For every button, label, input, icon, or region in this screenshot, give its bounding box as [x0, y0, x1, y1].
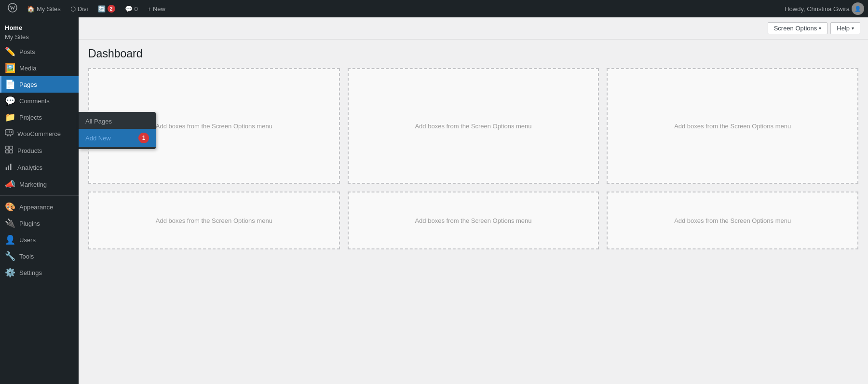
- sidebar-item-users[interactable]: 👤 Users: [0, 232, 79, 248]
- content-area: Screen Options ▾ Help ▾ Dashboard Add bo…: [79, 17, 868, 384]
- products-icon: [5, 145, 14, 156]
- help-label: Help: [837, 25, 850, 32]
- wp-icon: W: [8, 3, 17, 15]
- comments-icon: 💬: [125, 5, 133, 13]
- sidebar-item-media[interactable]: 🖼️ Media: [0, 60, 79, 76]
- projects-icon: 📁: [5, 112, 15, 123]
- svg-rect-8: [6, 146, 9, 149]
- dashboard-box-2: Add boxes from the Screen Options menu: [348, 68, 599, 184]
- users-label: Users: [19, 236, 36, 244]
- settings-label: Settings: [19, 269, 42, 276]
- analytics-label: Analytics: [17, 164, 42, 171]
- tools-icon: 🔧: [5, 251, 15, 261]
- my-sites-item[interactable]: 🏠 My Sites: [23, 0, 65, 17]
- updates-icon: 🔄: [98, 5, 106, 13]
- all-pages-label: All Pages: [85, 118, 112, 125]
- sidebar-home: Home My Sites: [0, 17, 79, 43]
- sidebar-mysites-link[interactable]: My Sites: [5, 32, 74, 41]
- sidebar-item-appearance[interactable]: 🎨 Appearance: [0, 199, 79, 215]
- box2-text: Add boxes from the Screen Options menu: [415, 123, 531, 130]
- add-new-label: Add New: [85, 135, 111, 142]
- updates-badge: 2: [108, 5, 115, 13]
- new-item[interactable]: + New: [144, 0, 169, 17]
- box1-text: Add boxes from the Screen Options menu: [156, 123, 272, 130]
- comments-count: 0: [135, 5, 138, 13]
- dashboard-box-6: Add boxes from the Screen Options menu: [607, 192, 858, 249]
- sidebar-item-marketing[interactable]: 📣 Marketing: [0, 176, 79, 192]
- dashboard-box-5: Add boxes from the Screen Options menu: [348, 192, 599, 249]
- submenu-badge: 1: [138, 133, 149, 143]
- box5-text: Add boxes from the Screen Options menu: [415, 217, 531, 224]
- screen-options-button[interactable]: Screen Options ▾: [768, 22, 828, 34]
- pages-label: Pages: [19, 81, 37, 88]
- sidebar-item-plugins[interactable]: 🔌 Plugins: [0, 215, 79, 232]
- sidebar-item-tools[interactable]: 🔧 Tools: [0, 248, 79, 264]
- submenu-add-new[interactable]: Add New 1: [79, 129, 156, 147]
- settings-icon: ⚙️: [5, 267, 15, 278]
- posts-icon: ✏️: [5, 46, 15, 57]
- svg-rect-9: [10, 146, 13, 149]
- sidebar-item-woocommerce[interactable]: WooCommerce: [0, 125, 79, 142]
- pages-submenu: All Pages Add New 1: [79, 112, 156, 149]
- submenu-all-pages[interactable]: All Pages: [79, 114, 156, 129]
- media-icon: 🖼️: [5, 63, 15, 73]
- dashboard-box-3: Add boxes from the Screen Options menu: [607, 68, 858, 184]
- comments-sidebar-icon: 💬: [5, 96, 15, 106]
- help-caret: ▾: [852, 26, 854, 31]
- sidebar-item-products[interactable]: Products: [0, 142, 79, 159]
- plugins-icon: 🔌: [5, 218, 15, 229]
- new-label: + New: [148, 5, 165, 13]
- box6-text: Add boxes from the Screen Options menu: [674, 217, 791, 224]
- svg-rect-14: [10, 164, 12, 170]
- page-content: Dashboard Add boxes from the Screen Opti…: [79, 40, 868, 384]
- avatar-initial: 👤: [854, 6, 861, 12]
- adminbar-left: W 🏠 My Sites ⬡ Divi 🔄 2 💬 0 + New: [4, 0, 785, 17]
- wp-logo-item[interactable]: W: [4, 0, 21, 17]
- dashboard-box-4: Add boxes from the Screen Options menu: [88, 192, 340, 249]
- marketing-label: Marketing: [19, 181, 47, 188]
- svg-text:W: W: [10, 5, 15, 11]
- comments-item[interactable]: 💬 0: [121, 0, 142, 17]
- marketing-icon: 📣: [5, 179, 15, 190]
- sidebar-item-pages[interactable]: 📄 Pages: [0, 76, 79, 93]
- appearance-icon: 🎨: [5, 202, 15, 212]
- admin-bar: W 🏠 My Sites ⬡ Divi 🔄 2 💬 0 + New Howdy,…: [0, 0, 868, 17]
- posts-label: Posts: [19, 48, 35, 55]
- sidebar-item-settings[interactable]: ⚙️ Settings: [0, 264, 79, 281]
- help-button[interactable]: Help ▾: [830, 22, 860, 34]
- divi-item[interactable]: ⬡ Divi: [67, 0, 92, 17]
- dashboard-boxes-bottom: Add boxes from the Screen Options menu A…: [88, 192, 858, 249]
- user-avatar[interactable]: 👤: [852, 2, 864, 15]
- sidebar: Home My Sites ✏️ Posts 🖼️ Media 📄 Pages …: [0, 17, 79, 384]
- main-layout: Home My Sites ✏️ Posts 🖼️ Media 📄 Pages …: [0, 17, 868, 384]
- box3-text: Add boxes from the Screen Options menu: [674, 123, 791, 130]
- woocommerce-label: WooCommerce: [17, 130, 61, 137]
- screen-options-label: Screen Options: [774, 25, 817, 32]
- pages-icon: 📄: [5, 79, 15, 90]
- divi-icon: ⬡: [70, 5, 76, 13]
- divi-label: Divi: [78, 5, 88, 13]
- howdy-text: Howdy, Christina Gwira: [785, 5, 850, 13]
- svg-point-3: [7, 135, 9, 137]
- box4-text: Add boxes from the Screen Options menu: [156, 217, 272, 224]
- svg-rect-10: [6, 150, 9, 153]
- sidebar-home-link[interactable]: Home: [5, 23, 74, 32]
- updates-item[interactable]: 🔄 2: [94, 0, 119, 17]
- sidebar-item-comments[interactable]: 💬 Comments: [0, 93, 79, 109]
- svg-rect-15: [12, 163, 13, 164]
- comments-label: Comments: [19, 97, 50, 105]
- svg-rect-11: [10, 150, 13, 153]
- topbar: Screen Options ▾ Help ▾: [79, 17, 868, 40]
- page-title: Dashboard: [88, 47, 858, 60]
- appearance-label: Appearance: [19, 204, 53, 211]
- tools-label: Tools: [19, 253, 34, 260]
- adminbar-right: Howdy, Christina Gwira 👤: [785, 2, 864, 15]
- media-label: Media: [19, 65, 36, 72]
- dashboard-boxes-top: Add boxes from the Screen Options menu A…: [88, 68, 858, 184]
- svg-rect-13: [8, 165, 9, 170]
- projects-label: Projects: [19, 114, 42, 121]
- sidebar-item-posts[interactable]: ✏️ Posts: [0, 43, 79, 60]
- sidebar-item-analytics[interactable]: Analytics: [0, 159, 79, 176]
- svg-point-4: [10, 135, 11, 137]
- sidebar-item-projects[interactable]: 📁 Projects: [0, 109, 79, 125]
